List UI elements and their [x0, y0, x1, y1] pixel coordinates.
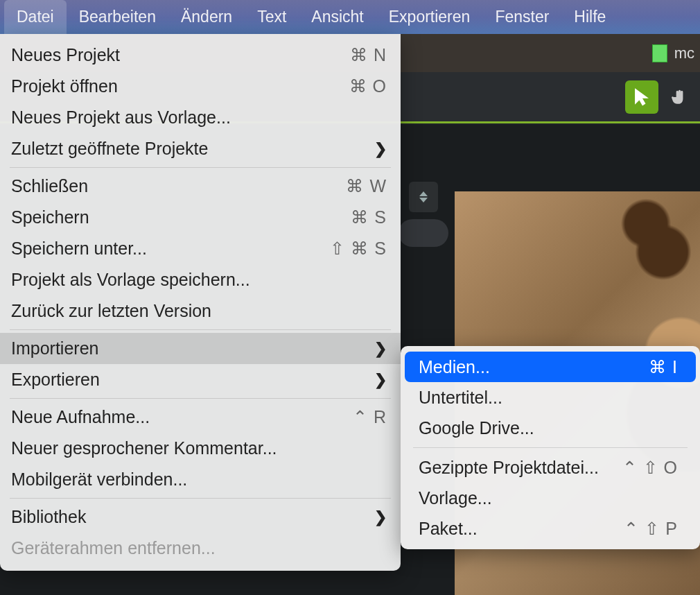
file-menu-item[interactable]: Neue Aufnahme...⌃ R: [0, 402, 401, 433]
menu-item-label: Projekt öffnen: [11, 76, 118, 96]
file-menu-item: Geräterahmen entfernen...: [0, 533, 401, 564]
chevron-right-icon: ❯: [374, 371, 387, 389]
menu-shortcut: ⌃ R: [353, 407, 387, 427]
import-submenu-item[interactable]: Vorlage...: [405, 483, 696, 513]
menu-bearbeiten[interactable]: Bearbeiten: [67, 0, 168, 34]
file-menu-item[interactable]: Zurück zur letzten Version: [0, 295, 401, 327]
chevron-right-icon: ❯: [374, 508, 387, 526]
menu-shortcut: ⌘ W: [346, 176, 387, 196]
menu-separator: [10, 498, 391, 499]
menu-text[interactable]: Text: [245, 0, 299, 34]
file-menu-item[interactable]: Neues Projekt aus Vorlage...: [0, 102, 401, 133]
submenu-item-label: Paket...: [419, 519, 478, 539]
submenu-separator: [413, 447, 688, 448]
menu-shortcut: ⌘ S: [351, 207, 387, 227]
tool-select-cursor[interactable]: [625, 80, 658, 114]
menu-item-label: Mobilgerät verbinden...: [11, 469, 187, 490]
menu-fenster[interactable]: Fenster: [482, 0, 561, 34]
chevron-right-icon: ❯: [374, 140, 387, 158]
menu-shortcut: ⌘ O: [349, 76, 387, 96]
submenu-item-label: Untertitel...: [419, 388, 502, 408]
chevron-down-icon: [419, 198, 428, 202]
menu-item-label: Neuer gesprochener Kommentar...: [11, 438, 277, 458]
chevron-up-icon: [419, 191, 428, 196]
import-submenu-item[interactable]: Paket...⌃ ⇧ P: [405, 513, 696, 544]
submenu-item-label: Gezippte Projektdatei...: [419, 458, 599, 478]
menu-item-label: Neue Aufnahme...: [11, 407, 150, 427]
menu-exportieren[interactable]: Exportieren: [376, 0, 483, 34]
menu-item-label: Neues Projekt: [11, 45, 120, 65]
submenu-item-label: Vorlage...: [419, 488, 492, 508]
submenu-item-label: Google Drive...: [419, 418, 534, 438]
submenu-shortcut: ⌃ ⇧ P: [624, 519, 678, 539]
menu-item-label: Exportieren: [11, 370, 100, 390]
import-submenu-item[interactable]: Google Drive...: [405, 413, 696, 443]
chevron-right-icon: ❯: [374, 340, 387, 358]
menubar: Datei Bearbeiten Ändern Text Ansicht Exp…: [0, 0, 700, 34]
file-menu: Neues Projekt⌘ NProjekt öffnen⌘ ONeues P…: [0, 34, 401, 571]
menu-item-label: Speichern: [11, 207, 89, 227]
menu-separator: [10, 167, 391, 168]
menu-datei[interactable]: Datei: [4, 0, 67, 34]
submenu-shortcut: ⌃ ⇧ O: [622, 458, 678, 478]
file-menu-item[interactable]: Projekt als Vorlage speichern...: [0, 264, 401, 295]
file-menu-item[interactable]: Importieren❯: [0, 333, 401, 364]
file-menu-item[interactable]: Schließen⌘ W: [0, 171, 401, 202]
import-submenu-item[interactable]: Untertitel...: [405, 382, 696, 413]
menu-separator: [10, 398, 391, 399]
pill-button[interactable]: [399, 219, 448, 247]
submenu-item-label: Medien...: [419, 357, 490, 377]
hand-icon: [670, 88, 688, 106]
menu-item-label: Zuletzt geöffnete Projekte: [11, 139, 208, 159]
file-menu-item[interactable]: Bibliothek❯: [0, 501, 401, 533]
menu-shortcut: ⌘ N: [350, 45, 387, 65]
cursor-icon: [632, 87, 651, 107]
menu-item-label: Projekt als Vorlage speichern...: [11, 270, 250, 290]
file-menu-item[interactable]: Speichern⌘ S: [0, 202, 401, 233]
document-name: mc: [674, 44, 694, 62]
menu-item-label: Neues Projekt aus Vorlage...: [11, 107, 231, 128]
menu-aendern[interactable]: Ändern: [168, 0, 245, 34]
tool-hand[interactable]: [663, 80, 696, 114]
menu-item-label: Schließen: [11, 176, 88, 196]
menu-item-label: Zurück zur letzten Version: [11, 301, 211, 321]
file-menu-item[interactable]: Projekt öffnen⌘ O: [0, 71, 401, 102]
file-menu-item[interactable]: Mobilgerät verbinden...: [0, 464, 401, 495]
file-menu-item[interactable]: Neuer gesprochener Kommentar...: [0, 433, 401, 464]
menu-item-label: Importieren: [11, 338, 98, 359]
file-menu-item[interactable]: Speichern unter...⇧ ⌘ S: [0, 233, 401, 264]
menu-hilfe[interactable]: Hilfe: [561, 0, 618, 34]
menu-ansicht[interactable]: Ansicht: [299, 0, 376, 34]
import-submenu-item[interactable]: Medien...⌘ I: [405, 352, 696, 382]
document-icon: [652, 44, 667, 62]
menu-separator: [10, 329, 391, 330]
import-submenu-item[interactable]: Gezippte Projektdatei...⌃ ⇧ O: [405, 452, 696, 483]
file-menu-item[interactable]: Zuletzt geöffnete Projekte❯: [0, 133, 401, 164]
stepper-control[interactable]: [409, 182, 438, 212]
menu-shortcut: ⇧ ⌘ S: [330, 239, 387, 259]
submenu-shortcut: ⌘ I: [649, 357, 678, 377]
menu-item-label: Bibliothek: [11, 507, 86, 527]
file-menu-item[interactable]: Exportieren❯: [0, 364, 401, 395]
import-submenu: Medien...⌘ IUntertitel...Google Drive...…: [401, 346, 700, 549]
menu-item-label: Speichern unter...: [11, 239, 147, 259]
menu-item-label: Geräterahmen entfernen...: [11, 538, 216, 558]
file-menu-item[interactable]: Neues Projekt⌘ N: [0, 40, 401, 71]
